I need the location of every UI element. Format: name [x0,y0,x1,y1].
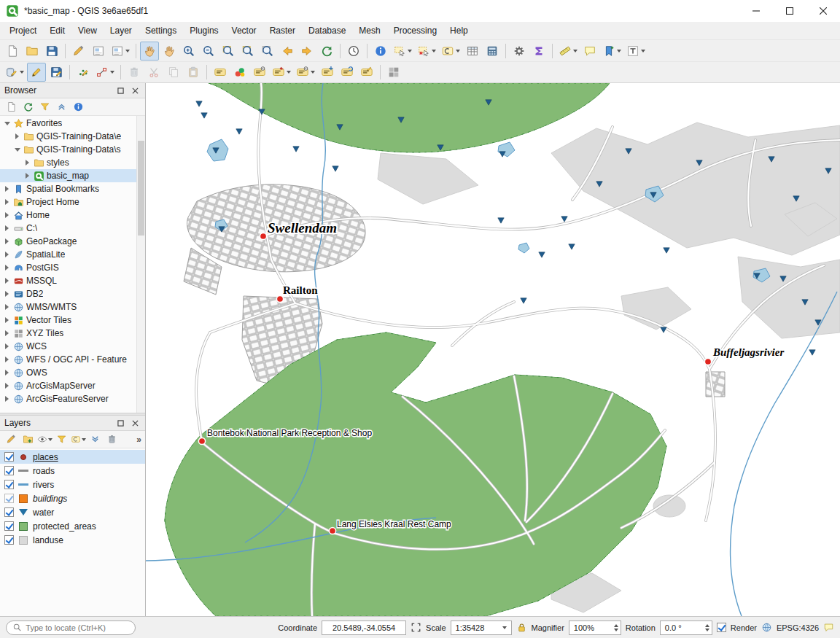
menu-vector[interactable]: Vector [225,23,263,38]
menu-settings[interactable]: Settings [139,23,183,38]
expand-arrow[interactable] [3,252,11,257]
magnifier-spinbox[interactable]: 100% [569,621,621,635]
close-button[interactable] [806,0,840,22]
close-panel-button[interactable] [129,85,141,96]
expand-arrow[interactable] [23,173,31,179]
layer-labeling-options-button[interactable] [211,63,230,82]
open-layer-styling-button[interactable] [4,432,19,447]
refresh-button[interactable] [317,42,336,61]
browser-item-db2[interactable]: DB2 [0,287,145,300]
expand-arrow[interactable] [13,148,21,152]
layer-row-landuse[interactable]: landuse [0,533,145,547]
layer-row-protected-areas[interactable]: protected_areas [0,519,145,533]
dropdown-caret[interactable] [432,50,436,52]
new-project-button[interactable] [3,42,22,61]
dropdown-caret[interactable] [641,50,645,52]
open-attribute-table-button[interactable] [463,42,482,61]
menu-database[interactable]: Database [302,23,352,38]
menu-edit[interactable]: Edit [43,23,71,38]
scrollbar-thumb[interactable] [138,141,144,236]
layer-checkbox[interactable] [4,507,14,517]
maximize-button[interactable] [773,0,806,22]
dropdown-caret[interactable] [408,50,412,52]
expand-arrow[interactable] [3,225,11,231]
dropdown-caret[interactable] [110,71,114,74]
paste-features-button[interactable] [184,63,203,82]
change-label-properties-button[interactable] [357,63,376,82]
open-project-button[interactable] [23,42,42,61]
collapse-all-button[interactable] [54,100,69,114]
dropdown-caret[interactable] [287,71,291,74]
expand-arrow[interactable] [3,396,11,402]
zoom-to-layer-button[interactable] [258,42,277,61]
expand-arrow[interactable] [3,186,11,192]
menu-layer[interactable]: Layer [104,23,139,38]
move-label-button[interactable] [318,63,337,82]
layer-checkbox[interactable] [4,521,14,531]
layout-manager-button[interactable] [109,42,132,61]
layer-row-roads[interactable]: roads [0,464,145,478]
browser-item-c-drive[interactable]: C:\ [0,222,145,235]
remove-layer-button[interactable] [104,432,120,447]
pan-map-button[interactable] [140,42,159,61]
zoom-in-button[interactable] [179,42,198,61]
browser-item-mssql[interactable]: MSSQL [0,274,145,287]
filter-by-expression-button[interactable] [71,432,86,447]
map-canvas[interactable]: Swellendam Railton Buffeljagsrivier Bont… [146,83,840,616]
browser-scrollbar[interactable] [136,116,145,413]
expand-arrow[interactable] [3,238,11,244]
new-spatial-bookmark-button[interactable] [600,42,623,61]
menu-processing[interactable]: Processing [387,23,443,38]
zoom-next-button[interactable] [298,42,316,61]
close-panel-button[interactable] [129,418,141,428]
rotate-label-button[interactable] [338,63,357,82]
layer-row-places[interactable]: places [0,450,145,464]
render-checkbox[interactable] [717,623,726,632]
browser-item-training-data-e[interactable]: QGIS-Training-Data\e [0,130,145,143]
expand-arrow[interactable] [3,343,11,349]
field-calculator-button[interactable] [483,42,502,61]
browser-item-home[interactable]: Home [0,209,145,222]
dropdown-caret[interactable] [456,50,460,52]
layer-checkbox[interactable] [4,535,14,545]
expand-arrow[interactable] [3,278,11,284]
layer-row-buildings[interactable]: buildings [0,491,145,505]
toggle-editing-button[interactable] [27,63,46,82]
zoom-last-button[interactable] [278,42,297,61]
zoom-to-selection-button[interactable] [238,42,257,61]
browser-item-basic-map[interactable]: basic_map [0,169,145,182]
menu-project[interactable]: Project [3,23,43,38]
browser-item-favorites[interactable]: Favorites [0,117,145,130]
save-project-button[interactable] [42,42,61,61]
float-panel-button[interactable] [114,85,126,96]
minimize-button[interactable] [739,0,773,22]
browser-item-geopackage[interactable]: GeoPackage [0,235,145,248]
browser-item-xyz-tiles[interactable]: XYZ Tiles [0,327,145,340]
save-layer-edits-button[interactable] [47,63,66,82]
browser-item-training-data-s[interactable]: QGIS-Training-Data\s [0,143,145,156]
dropdown-caret[interactable] [48,438,52,441]
menu-raster[interactable]: Raster [263,23,302,38]
map-tips-button[interactable] [580,42,599,61]
rotation-spinbox[interactable]: 0.0 ° [660,621,712,635]
chevron-down-icon[interactable] [502,626,507,629]
new-print-layout-button[interactable] [89,42,108,61]
zoom-full-button[interactable] [219,42,238,61]
toolbar-overflow-icon[interactable] [136,435,141,445]
browser-item-postgis[interactable]: PostGIS [0,261,145,274]
browser-item-arcgis-feature-server[interactable]: ArcGisFeatureServer [0,392,145,405]
expand-arrow[interactable] [3,317,11,323]
dropdown-caret[interactable] [311,71,315,74]
browser-item-project-home[interactable]: Project Home [0,195,145,209]
lock-icon[interactable] [516,622,527,633]
show-hide-labels-button[interactable] [294,63,317,82]
label-highlight-button[interactable] [250,63,269,82]
messages-bubble-icon[interactable] [823,622,834,633]
style-manager-button[interactable] [69,42,88,61]
expand-arrow[interactable] [3,383,11,389]
layer-checkbox[interactable] [4,452,14,462]
dropdown-caret[interactable] [125,50,130,52]
epsg-value[interactable]: EPSG:4326 [777,623,819,632]
layer-checkbox[interactable] [4,480,14,489]
decorations-button[interactable] [384,63,403,82]
